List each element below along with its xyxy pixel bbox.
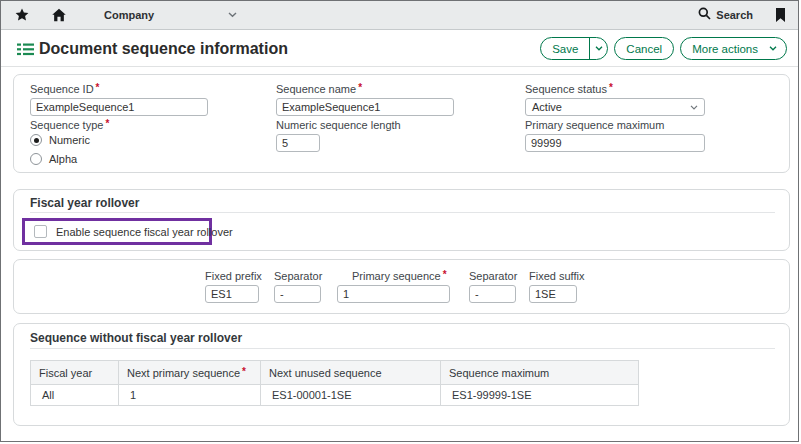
global-search[interactable]: Search [698,6,753,24]
required-marker: * [443,269,447,280]
favorites-star-icon[interactable] [15,1,29,29]
fiscal-year-rollover-card: Fiscal year rollover Enable sequence fis… [13,189,790,251]
company-menu[interactable]: Company [104,1,154,29]
save-split-button: Save [540,37,608,60]
company-menu-chevron-icon[interactable] [228,1,237,29]
section-divider [30,348,775,349]
radio-unselected-icon [30,153,42,165]
cancel-button[interactable]: Cancel [614,37,674,60]
cell-next-primary-sequence[interactable]: 1 [119,385,261,406]
column-header-next-unused-sequence: Next unused sequence [261,361,441,385]
section-divider [30,212,775,213]
fixed-suffix-label: Fixed suffix [529,270,577,282]
required-marker: * [242,366,246,377]
sequence-without-rollover-card: Sequence without fiscal year rollover Fi… [13,323,790,426]
fiscal-year-rollover-section-title: Fiscal year rollover [30,196,139,210]
page-title: Document sequence information [39,31,288,66]
company-menu-label: Company [104,9,154,21]
primary-sequence-field: Primary sequence* [337,270,450,303]
column-header-sequence-maximum: Sequence maximum [441,361,639,385]
separator-input-1[interactable] [274,285,321,303]
required-marker: * [96,82,100,93]
sequence-type-option-numeric[interactable]: Numeric [30,134,90,146]
sequence-type-label: Sequence type* [30,119,109,131]
separator-input-2[interactable] [469,285,516,303]
page-actions: Save Cancel More actions [540,37,787,60]
column-header-fiscal-year: Fiscal year [31,361,119,385]
topbar-right-group: Search [698,1,786,29]
fixed-suffix-input[interactable] [529,285,577,303]
search-label: Search [716,9,753,21]
app-window: Company Search [0,0,799,442]
fixed-prefix-label: Fixed prefix [205,270,259,282]
numeric-sequence-length-label: Numeric sequence length [276,119,320,131]
sequence-details-card: Sequence ID* Sequence type* Numeric Alph… [13,74,790,173]
more-actions-button[interactable]: More actions [680,37,787,60]
sequence-without-rollover-section-title: Sequence without fiscal year rollover [30,331,242,345]
save-button[interactable]: Save [541,43,589,55]
column-header-next-primary-sequence: Next primary sequence* [119,361,261,385]
sequence-type-option-alpha[interactable]: Alpha [30,153,77,165]
numeric-sequence-length-field: Numeric sequence length [276,119,320,152]
sequence-table: Fiscal year Next primary sequence* Next … [30,360,639,406]
sequence-type-field: Sequence type* [30,119,109,134]
required-marker: * [609,82,613,93]
radio-alpha-label: Alpha [49,153,77,165]
primary-sequence-maximum-field: Primary sequence maximum [525,119,705,152]
purple-highlight-annotation: Enable sequence fiscal year rollover [22,218,212,245]
primary-sequence-input[interactable] [337,285,450,303]
primary-sequence-maximum-label: Primary sequence maximum [525,119,705,131]
cell-fiscal-year: All [31,385,119,406]
separator-label-2: Separator [469,270,516,282]
more-actions-chevron-icon [763,46,786,51]
separator-field-1: Separator [274,270,321,303]
separator-field-2: Separator [469,270,516,303]
sequence-status-select[interactable]: Active [525,98,705,116]
record-list-icon[interactable] [17,42,34,60]
numeric-sequence-length-input[interactable] [276,134,320,152]
select-chevron-icon [690,105,698,110]
primary-sequence-maximum-input[interactable] [525,134,705,152]
sequence-status-label: Sequence status* [525,83,705,95]
more-actions-label: More actions [681,43,763,55]
cancel-button-label: Cancel [615,43,673,55]
fixed-prefix-input[interactable] [205,285,259,303]
enable-rollover-checkbox-label: Enable sequence fiscal year rollover [56,226,233,238]
sequence-id-label: Sequence ID* [30,83,208,95]
separator-label-1: Separator [274,270,321,282]
enable-rollover-checkbox[interactable] [34,225,47,238]
fixed-suffix-field: Fixed suffix [529,270,577,303]
fixed-prefix-field: Fixed prefix [205,270,259,303]
sequence-name-field: Sequence name* [276,83,454,116]
table-row: All 1 ES1-00001-1SE ES1-99999-1SE [31,385,639,406]
sequence-name-input[interactable] [276,98,454,116]
home-icon[interactable] [51,1,67,29]
top-navigation-bar: Company Search [1,1,798,30]
cell-next-unused-sequence: ES1-00001-1SE [261,385,441,406]
cell-sequence-maximum: ES1-99999-1SE [441,385,639,406]
primary-sequence-label: Primary sequence* [337,270,450,282]
bookmark-icon[interactable] [775,8,786,22]
sequence-status-field: Sequence status* Active [525,83,705,116]
table-header-row: Fiscal year Next primary sequence* Next … [31,361,639,385]
radio-numeric-label: Numeric [49,134,90,146]
required-marker: * [358,82,362,93]
sequence-status-value: Active [532,101,562,113]
sequence-name-label: Sequence name* [276,83,454,95]
sequence-id-field: Sequence ID* [30,83,208,116]
save-dropdown-chevron-icon[interactable] [589,38,607,59]
radio-selected-icon [30,134,42,146]
page-header: Document sequence information Save Cance… [1,31,798,67]
sequence-id-input[interactable] [30,98,208,116]
required-marker: * [105,118,109,129]
sequence-format-card: Fixed prefix Separator Primary sequence*… [13,259,790,314]
search-icon [698,6,711,24]
